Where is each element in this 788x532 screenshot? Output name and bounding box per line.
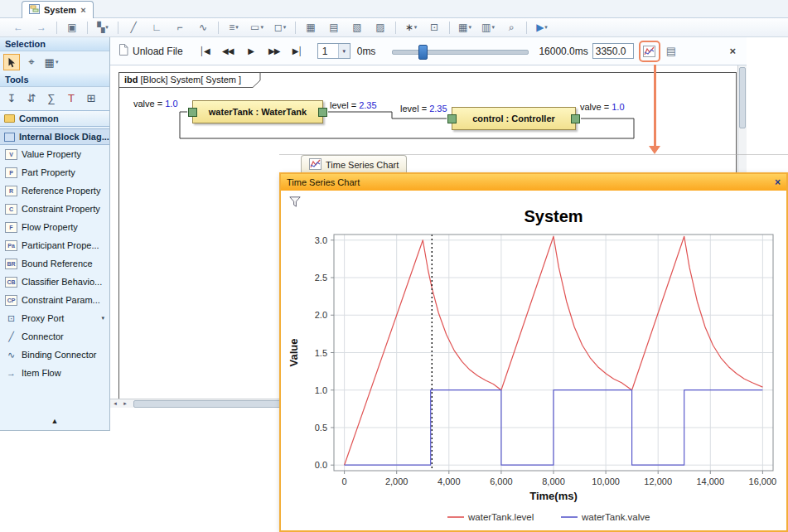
chevron-down-icon: ▾: [260, 24, 263, 31]
simulation-time-input[interactable]: [592, 43, 634, 59]
distribute-tool-icon[interactable]: ⇵: [23, 89, 40, 106]
port-control-valve[interactable]: [571, 114, 580, 123]
group-label: Common: [19, 114, 59, 123]
filter-icon[interactable]: [289, 196, 301, 210]
connector-icon: ╱: [5, 331, 17, 342]
palette-item-constraint-param[interactable]: CPConstraint Param...: [0, 291, 109, 309]
time-slider[interactable]: [392, 44, 529, 59]
magnet-tool-icon[interactable]: ↧: [3, 89, 20, 106]
value-label-watertank-valve: valve = 1.0: [133, 99, 178, 109]
palette-item-connector[interactable]: ╱Connector: [0, 327, 109, 346]
palette-item-binding-connector[interactable]: ∿Binding Connector: [0, 346, 109, 364]
go-to-end-button[interactable]: ▶│: [288, 46, 307, 56]
grid-snap-tool-icon[interactable]: ▦▾: [43, 54, 60, 70]
layout-grid-tool-icon[interactable]: ⊞: [83, 89, 99, 106]
chart-button-highlight: [639, 41, 660, 62]
palette-item-item-flow[interactable]: →Item Flow: [0, 364, 109, 382]
grid-icon[interactable]: ▦▾: [457, 20, 473, 35]
slider-thumb[interactable]: [418, 45, 428, 60]
table-view-icon[interactable]: ▥▾: [480, 20, 496, 35]
participant-prope-icon: Pa: [5, 240, 17, 251]
show-info-icon[interactable]: ⊡: [426, 20, 442, 35]
spline-path-icon[interactable]: ∿: [195, 20, 211, 35]
palette-item-flow-property[interactable]: FFlow Property: [0, 218, 109, 236]
palette-item-bound-reference[interactable]: BRBound Reference: [0, 254, 109, 273]
go-to-start-button[interactable]: │◀: [195, 46, 215, 56]
chart-window-titlebar[interactable]: Time Series Chart ×: [281, 174, 786, 191]
simulation-properties-icon[interactable]: ▤: [666, 45, 676, 57]
zoom-icon[interactable]: ⌕: [503, 20, 520, 35]
palette-item-label: Flow Property: [22, 222, 78, 232]
x-tick-label: 2,000: [385, 476, 409, 486]
close-tab-icon[interactable]: ×: [80, 5, 85, 15]
tools-row: ↧⇵∑T⊞: [0, 87, 109, 109]
summary-tool-icon[interactable]: ∑: [43, 89, 60, 106]
toolbar-separator: [449, 22, 450, 34]
document-tabbar: System ×: [0, 0, 788, 18]
port-watertank-valve[interactable]: [188, 108, 197, 117]
palette-item-constraint-property[interactable]: CConstraint Property: [0, 200, 109, 218]
port-watertank-level[interactable]: [318, 108, 327, 117]
close-simulation-icon[interactable]: ×: [729, 45, 736, 57]
palette-item-classifier-behavio[interactable]: CBClassifier Behavio...: [0, 273, 109, 291]
note-icon[interactable]: ▧: [349, 20, 365, 35]
block-control[interactable]: control : Controller: [452, 107, 576, 130]
block-watertank[interactable]: waterTank : WaterTank: [192, 100, 323, 123]
slider-track[interactable]: [392, 50, 529, 55]
toolbar-separator: [395, 22, 396, 34]
port-control-level[interactable]: [447, 114, 457, 123]
palette-item-value-property[interactable]: VValue Property: [0, 145, 109, 163]
proxy-port-icon: ⊡: [5, 313, 17, 324]
time-series-chart-window: Time Series Chart Time Series Chart × 02…: [279, 154, 788, 532]
unload-file-button[interactable]: Unload File: [118, 44, 183, 58]
play-button[interactable]: ▶: [241, 46, 261, 56]
insert-image-icon[interactable]: ▦: [302, 20, 319, 35]
scroll-right-icon[interactable]: ▸: [120, 400, 130, 407]
shape-rounded-icon[interactable]: ◻▾: [272, 20, 288, 35]
item-flow-icon: →: [5, 368, 17, 378]
fast-forward-button[interactable]: ▶▶: [264, 46, 284, 56]
value-label-control-level: level = 2.35: [400, 104, 447, 114]
align-shapes-icon[interactable]: ≡▾: [225, 20, 242, 35]
trigger-count-spinner[interactable]: 1 ▾: [317, 43, 350, 59]
palette-item-part-property[interactable]: PPart Property: [0, 163, 109, 181]
nav-forward-icon[interactable]: →: [33, 20, 50, 35]
collapse-palette-button[interactable]: ▲: [0, 417, 109, 425]
palette-group-common[interactable]: Common: [0, 110, 109, 127]
palette-item-participant-prope[interactable]: PaParticipant Prope...: [0, 236, 109, 254]
palette-item-list: VValue PropertyPPart PropertyRReference …: [0, 145, 109, 382]
paste-icon[interactable]: ▤: [326, 20, 342, 35]
tab-time-series-chart[interactable]: Time Series Chart: [301, 155, 407, 173]
nav-back-icon[interactable]: ←: [10, 20, 27, 35]
close-icon[interactable]: ×: [775, 177, 781, 188]
comment-icon[interactable]: ▨: [372, 20, 389, 35]
palette-item-reference-property[interactable]: RReference Property: [0, 181, 109, 200]
application-window: System × ←→▣▚▾╱∟⌐∿≡▾▭▾◻▾▦▤▧▨∗▾⊡▦▾▥▾⌕▶▾ S…: [0, 0, 788, 532]
value-label-control-valve: valve = 1.0: [580, 102, 625, 112]
palette-item-label: Participant Prope...: [22, 240, 99, 250]
run-simulation-icon[interactable]: ▶▾: [534, 20, 550, 35]
rectilinear-path-icon[interactable]: ∟: [148, 20, 165, 35]
palette-item-label: Proxy Port: [22, 313, 64, 323]
scrollbar-thumb[interactable]: [739, 67, 746, 128]
chevron-down-icon: ▾: [544, 24, 548, 31]
palette-item-proxy-port[interactable]: ⊡Proxy Port▾: [0, 309, 109, 327]
scroll-left-icon[interactable]: ◂: [110, 400, 120, 407]
containment-tree-icon[interactable]: ▚▾: [94, 20, 111, 35]
shape-rectangle-icon[interactable]: ▭▾: [249, 20, 265, 35]
bent-path-icon[interactable]: ⌐: [172, 20, 188, 35]
tab-system-diagram[interactable]: System ×: [22, 1, 94, 18]
palette-group-internal-block-diagram[interactable]: Internal Block Diag...: [0, 128, 109, 145]
tools-section-header: Tools: [0, 73, 109, 87]
diagram-properties-icon[interactable]: ∗▾: [403, 20, 419, 35]
position-indicator-tool-icon[interactable]: ⌖: [23, 54, 40, 70]
time-series-chart-button[interactable]: [641, 43, 658, 60]
legend-label: waterTank.valve: [581, 512, 650, 522]
oblique-path-icon[interactable]: ╱: [125, 20, 142, 35]
chevron-down-icon[interactable]: ▾: [338, 44, 350, 58]
text-tool-icon[interactable]: T: [63, 89, 80, 106]
palette-item-label: Bound Reference: [22, 259, 93, 268]
step-back-button[interactable]: ◀◀: [218, 46, 238, 56]
related-elements-icon[interactable]: ▣: [64, 20, 80, 35]
select-tool-icon[interactable]: [3, 54, 20, 70]
